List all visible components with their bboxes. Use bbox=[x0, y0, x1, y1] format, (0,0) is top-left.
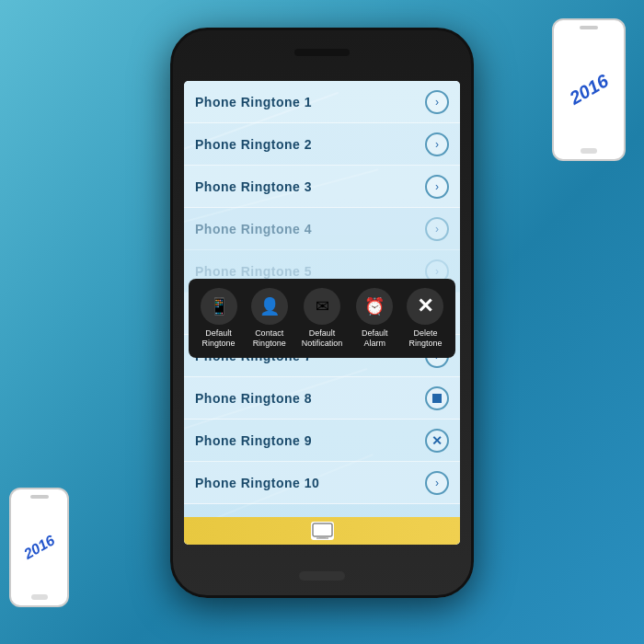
ctx-label-default-alarm: DefaultAlarm bbox=[362, 328, 388, 349]
stop-square bbox=[432, 394, 442, 403]
side-buttons bbox=[471, 141, 474, 168]
arrow-icon-3[interactable]: › bbox=[425, 175, 449, 199]
default-ringtone-icon: 📱 bbox=[201, 288, 237, 325]
list-item[interactable]: Phone Ringtone 4 › bbox=[184, 208, 460, 250]
ctx-label-default-ringtone: DefaultRingtone bbox=[202, 328, 236, 349]
default-alarm-icon: ⏰ bbox=[356, 288, 393, 325]
phone-notch-tr bbox=[580, 26, 598, 29]
year-label-bl: 2016 bbox=[21, 532, 58, 562]
list-item[interactable]: Phone Ringtone 9 ✕ bbox=[184, 420, 460, 462]
phone-notch-bl bbox=[30, 495, 49, 499]
arrow-icon-10[interactable]: › bbox=[425, 471, 449, 495]
list-item[interactable]: Phone Ringtone 8 bbox=[184, 377, 460, 420]
ctx-label-contact-ringtone: ContactRingtone bbox=[253, 328, 286, 349]
ctx-default-notification[interactable]: ✉ DefaultNotification bbox=[302, 288, 343, 349]
phone-button-bl bbox=[31, 594, 48, 600]
list-item[interactable]: Phone Ringtone 2 › bbox=[184, 123, 460, 166]
ringtone-label-2: Phone Ringtone 2 bbox=[195, 137, 312, 152]
list-item[interactable]: Phone Ringtone 3 › bbox=[184, 166, 460, 208]
year-label-tr: 2016 bbox=[566, 70, 612, 109]
context-menu: 📱 DefaultRingtone 👤 ContactRingtone ✉ De… bbox=[189, 279, 455, 358]
ringtone-label-5: Phone Ringtone 5 bbox=[195, 264, 312, 279]
phone-button-tr bbox=[581, 148, 597, 154]
ctx-label-default-notification: DefaultNotification bbox=[302, 328, 343, 349]
main-phone: Phone Ringtone 1 › Phone Ringtone 2 › Ph… bbox=[170, 28, 474, 598]
phone-home-button[interactable] bbox=[299, 571, 345, 581]
ringtone-list: Phone Ringtone 1 › Phone Ringtone 2 › Ph… bbox=[184, 81, 460, 517]
arrow-icon-1[interactable]: › bbox=[425, 90, 449, 114]
ctx-contact-ringtone[interactable]: 👤 ContactRingtone bbox=[251, 288, 288, 349]
delete-ringtone-icon: ✕ bbox=[407, 288, 443, 325]
ringtone-label-3: Phone Ringtone 3 bbox=[195, 179, 312, 194]
default-notification-icon: ✉ bbox=[304, 288, 340, 325]
ringtone-label-8: Phone Ringtone 8 bbox=[195, 391, 312, 406]
bottom-bar-icon bbox=[311, 522, 334, 540]
ctx-default-alarm[interactable]: ⏰ DefaultAlarm bbox=[356, 288, 393, 349]
ctx-label-delete-ringtone: DeleteRingtone bbox=[408, 328, 442, 349]
screen-content: Phone Ringtone 1 › Phone Ringtone 2 › Ph… bbox=[184, 81, 460, 545]
ringtone-label-4: Phone Ringtone 4 bbox=[195, 222, 312, 236]
small-phone-top-right: 2016 bbox=[552, 18, 626, 161]
stop-icon-8[interactable] bbox=[425, 386, 449, 410]
small-phone-bottom-left: 2016 bbox=[9, 488, 69, 607]
ringtone-label-1: Phone Ringtone 1 bbox=[195, 95, 312, 109]
ringtone-label-10: Phone Ringtone 10 bbox=[195, 476, 319, 490]
arrow-icon-4[interactable]: › bbox=[425, 217, 449, 241]
svg-rect-0 bbox=[313, 523, 332, 536]
bottom-bar bbox=[184, 517, 460, 545]
ctx-default-ringtone[interactable]: 📱 DefaultRingtone bbox=[201, 288, 237, 349]
ctx-delete-ringtone[interactable]: ✕ DeleteRingtone bbox=[407, 288, 443, 349]
contact-ringtone-icon: 👤 bbox=[251, 288, 288, 325]
list-item[interactable]: Phone Ringtone 10 › bbox=[184, 462, 460, 504]
phone-notch-main bbox=[294, 49, 350, 56]
arrow-icon-2[interactable]: › bbox=[425, 132, 449, 156]
x-icon-9[interactable]: ✕ bbox=[425, 429, 449, 453]
phone-screen: Phone Ringtone 1 › Phone Ringtone 2 › Ph… bbox=[184, 81, 460, 545]
ringtone-label-9: Phone Ringtone 9 bbox=[195, 433, 312, 448]
list-item[interactable]: Phone Ringtone 1 › bbox=[184, 81, 460, 123]
